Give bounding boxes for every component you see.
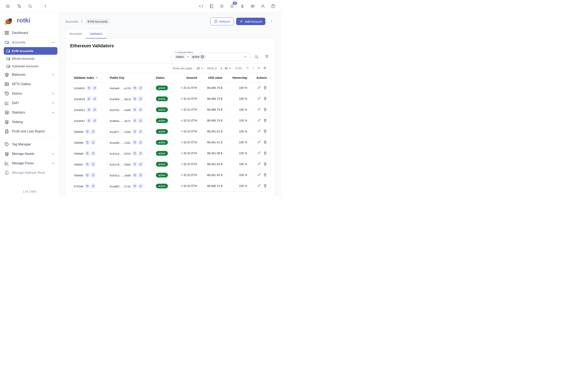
copy-icon[interactable] bbox=[132, 107, 137, 112]
edit-icon[interactable] bbox=[257, 173, 261, 177]
sidebar-item-balances[interactable]: Balances bbox=[2, 70, 57, 79]
logo[interactable]: rotki bbox=[0, 12, 59, 26]
items-range-select[interactable]: 1 - 10 bbox=[220, 67, 231, 70]
external-link-icon[interactable] bbox=[138, 184, 143, 188]
external-link-icon[interactable] bbox=[92, 107, 97, 112]
search-icon[interactable] bbox=[26, 2, 34, 10]
tab-accounts[interactable]: Accounts bbox=[66, 29, 86, 38]
copy-icon[interactable] bbox=[85, 151, 90, 156]
edit-icon[interactable] bbox=[257, 162, 261, 166]
delete-icon[interactable] bbox=[263, 140, 267, 145]
copy-icon[interactable] bbox=[132, 184, 137, 188]
copy-icon[interactable] bbox=[85, 173, 90, 177]
back-icon[interactable] bbox=[42, 2, 49, 10]
edit-icon[interactable] bbox=[257, 86, 261, 90]
sidebar-item-defi[interactable]: DeFi bbox=[2, 98, 57, 108]
external-link-icon[interactable] bbox=[92, 85, 97, 90]
edit-icon[interactable] bbox=[257, 118, 261, 123]
delete-icon[interactable] bbox=[263, 86, 267, 90]
tab-validators[interactable]: Validators bbox=[86, 29, 107, 38]
external-link-icon[interactable] bbox=[138, 162, 143, 167]
col-usd[interactable]: USD value bbox=[200, 73, 226, 82]
external-link-icon[interactable] bbox=[138, 85, 143, 90]
external-link-icon[interactable] bbox=[138, 129, 143, 134]
delete-icon[interactable] bbox=[263, 162, 267, 166]
edit-icon[interactable] bbox=[257, 97, 261, 101]
copy-icon[interactable] bbox=[132, 118, 137, 123]
sidebar-item-accounts[interactable]: Accounts bbox=[2, 38, 57, 47]
more-menu-icon[interactable] bbox=[268, 18, 275, 25]
delete-icon[interactable] bbox=[263, 173, 267, 177]
help-icon[interactable] bbox=[269, 2, 277, 10]
external-link-icon[interactable] bbox=[138, 173, 143, 177]
currency-icon[interactable] bbox=[239, 2, 246, 10]
external-link-icon[interactable] bbox=[91, 151, 96, 156]
sidebar-item-substrate-accounts[interactable]: Substrate Accounts bbox=[4, 62, 57, 70]
page-next-icon[interactable] bbox=[257, 66, 261, 71]
col-ownership[interactable]: Ownership bbox=[226, 73, 251, 82]
sidebar-item-history[interactable]: History bbox=[2, 89, 57, 98]
book-icon[interactable] bbox=[208, 2, 215, 10]
chevron-down-icon[interactable] bbox=[244, 55, 247, 59]
edit-icon[interactable] bbox=[257, 129, 261, 134]
copy-icon[interactable] bbox=[87, 118, 92, 123]
external-link-icon[interactable] bbox=[92, 118, 97, 123]
copy-icon[interactable] bbox=[87, 96, 92, 101]
external-link-icon[interactable] bbox=[138, 140, 143, 145]
add-account-button[interactable]: Add Account bbox=[236, 18, 265, 25]
delete-icon[interactable] bbox=[263, 108, 267, 112]
add-filter-icon[interactable] bbox=[253, 53, 260, 60]
sidebar-item-evm-accounts[interactable]: EVM Accounts bbox=[4, 47, 57, 55]
external-link-icon[interactable] bbox=[91, 173, 96, 177]
privacy-icon[interactable] bbox=[249, 2, 256, 10]
edit-icon[interactable] bbox=[257, 151, 261, 155]
col-validator-index[interactable]: Validator Index bbox=[70, 73, 106, 82]
copy-icon[interactable] bbox=[85, 184, 90, 188]
copy-icon[interactable] bbox=[132, 129, 137, 134]
sidebar-item-pnl[interactable]: Profit and Loss Report bbox=[2, 127, 57, 136]
delete-icon[interactable] bbox=[263, 97, 267, 101]
external-link-icon[interactable] bbox=[138, 118, 143, 123]
copy-icon[interactable] bbox=[87, 107, 92, 112]
external-link-icon[interactable] bbox=[91, 162, 96, 167]
copy-icon[interactable] bbox=[85, 140, 90, 145]
copy-icon[interactable] bbox=[132, 162, 137, 167]
page-first-icon[interactable] bbox=[245, 66, 250, 71]
refresh-button[interactable]: Refresh bbox=[211, 17, 234, 25]
sidebar-item-nfts[interactable]: NFTs Gallery bbox=[2, 79, 57, 89]
delete-icon[interactable] bbox=[263, 118, 267, 123]
sidebar-item-tag-manager[interactable]: Tag Manager bbox=[2, 140, 57, 149]
external-link-icon[interactable] bbox=[138, 96, 143, 101]
col-public-key[interactable]: Public Key bbox=[106, 73, 152, 82]
external-link-icon[interactable] bbox=[91, 184, 96, 188]
delete-icon[interactable] bbox=[263, 151, 267, 155]
copy-icon[interactable] bbox=[132, 173, 137, 177]
delete-icon[interactable] bbox=[263, 184, 267, 188]
theme-icon[interactable] bbox=[218, 2, 225, 10]
close-icon[interactable]: ✕ bbox=[201, 55, 204, 58]
delete-icon[interactable] bbox=[263, 129, 267, 134]
user-icon[interactable] bbox=[259, 2, 267, 10]
rows-per-page-select[interactable]: 10 bbox=[197, 67, 204, 70]
sidebar-item-statistics[interactable]: Statistics bbox=[2, 108, 57, 117]
copy-icon[interactable] bbox=[87, 85, 92, 90]
combined-filter-input[interactable]: Combined filters status = active✕ bbox=[172, 53, 250, 61]
external-link-icon[interactable] bbox=[138, 151, 143, 156]
sidebar-item-manage-assets[interactable]: Manage Assets bbox=[2, 149, 57, 159]
col-status[interactable]: Status bbox=[153, 73, 174, 82]
breadcrumb-root[interactable]: Accounts bbox=[65, 20, 78, 23]
copy-icon[interactable] bbox=[85, 162, 90, 167]
external-link-icon[interactable] bbox=[91, 129, 96, 134]
edit-icon[interactable] bbox=[257, 184, 261, 188]
edit-icon[interactable] bbox=[257, 108, 261, 112]
external-link-icon[interactable] bbox=[92, 96, 97, 101]
copy-icon[interactable] bbox=[132, 140, 137, 145]
sidebar-item-address-book[interactable]: Manage Address Book bbox=[2, 168, 57, 177]
code-icon[interactable] bbox=[198, 2, 205, 10]
sidebar-item-manage-prices[interactable]: Manage Prices bbox=[2, 159, 57, 168]
external-link-icon[interactable] bbox=[138, 107, 143, 112]
menu-icon[interactable] bbox=[4, 2, 12, 10]
copy-icon[interactable] bbox=[85, 129, 90, 134]
edit-icon[interactable] bbox=[257, 140, 261, 145]
external-link-icon[interactable] bbox=[91, 140, 96, 145]
